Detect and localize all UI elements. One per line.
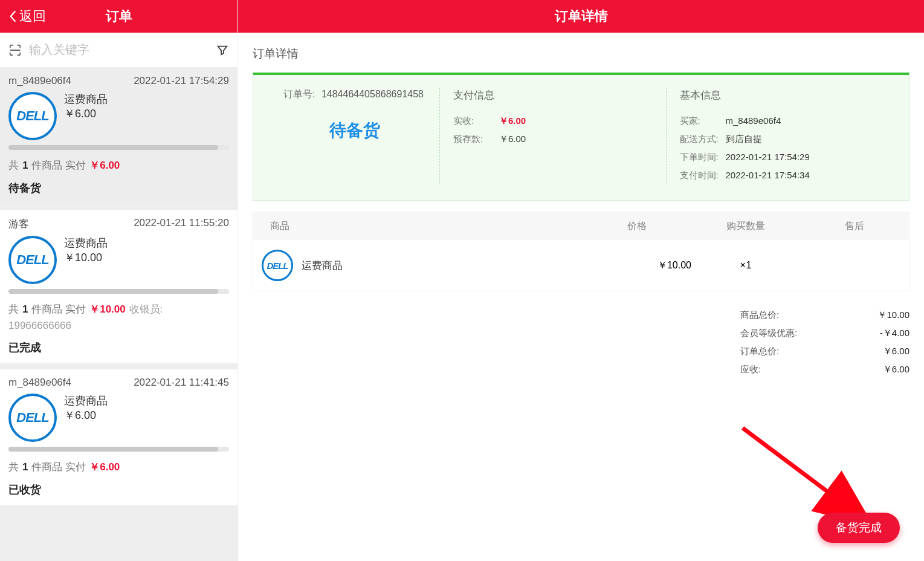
search-input[interactable] <box>29 43 208 57</box>
total-order: ￥6.00 <box>883 342 909 360</box>
order-info-box: 订单号: 1484464405868691458 待备货 支付信息 实收:￥6.… <box>253 73 909 201</box>
product-price: ￥6.00 <box>64 106 108 121</box>
buyer-value: m_8489e06f4 <box>726 112 781 130</box>
back-label: 返回 <box>19 7 46 25</box>
svg-line-0 <box>743 428 864 519</box>
order-summary: 共 1 件商品 实付 ￥10.00 收银员: 19966666666 <box>8 302 229 332</box>
product-logo: DELL <box>8 236 57 284</box>
order-status: 已收货 <box>8 482 229 497</box>
product-logo: DELL <box>8 92 57 140</box>
th-price: 价格 <box>583 220 691 233</box>
order-user: m_8489e06f4 <box>8 75 71 87</box>
pay-deposit: ￥6.00 <box>499 130 526 148</box>
section-title: 订单详情 <box>253 46 909 62</box>
order-time-value: 2022-01-21 17:54:29 <box>726 148 810 166</box>
items-table: 商品 价格 购买数量 售后 DELL 运费商品 ￥10.00 ×1 <box>253 212 909 291</box>
order-card[interactable]: 游客 2022-01-21 11:55:20 DELL 运费商品 ￥10.00 … <box>0 210 237 363</box>
progress-track <box>8 447 229 452</box>
product-price: ￥6.00 <box>64 408 108 423</box>
product-name: 运费商品 <box>64 92 108 106</box>
back-button[interactable]: 返回 <box>0 0 54 33</box>
order-summary: 共 1 件商品 实付 ￥6.00 <box>8 158 229 172</box>
order-card[interactable]: m_8489e06f4 2022-01-21 11:41:45 DELL 运费商… <box>0 369 237 505</box>
chevron-left-icon <box>8 10 17 23</box>
basic-info-head: 基本信息 <box>680 88 879 102</box>
order-time: 2022-01-21 11:41:45 <box>134 377 229 389</box>
order-list-panel: 返回 订单 m_8489e06f4 2022-01-21 17:54:29 DE… <box>0 0 238 561</box>
product-name: 运费商品 <box>64 236 108 250</box>
order-user: 游客 <box>8 217 29 231</box>
progress-track <box>8 145 229 150</box>
payment-info-col: 支付信息 实收:￥6.00 预存款:￥6.00 <box>439 88 666 184</box>
item-price: ￥10.00 <box>657 259 691 272</box>
order-list[interactable]: m_8489e06f4 2022-01-21 17:54:29 DELL 运费商… <box>0 68 237 561</box>
product-logo: DELL <box>262 250 293 281</box>
order-status: 已完成 <box>8 340 229 355</box>
shipping-value: 到店自提 <box>726 130 762 148</box>
pay-time-value: 2022-01-21 17:54:34 <box>726 166 810 184</box>
item-qty: ×1 <box>691 259 800 271</box>
order-user: m_8489e06f4 <box>8 377 71 389</box>
order-time: 2022-01-21 11:55:20 <box>134 217 229 231</box>
basic-info-col: 基本信息 买家:m_8489e06f4 配送方式:到店自提 下单时间:2022-… <box>666 88 893 184</box>
item-name: 运费商品 <box>302 259 343 273</box>
left-header: 返回 订单 <box>0 0 237 33</box>
th-product: 商品 <box>253 220 583 233</box>
total-item: ￥10.00 <box>877 306 909 324</box>
total-discount: -￥4.00 <box>880 324 909 342</box>
progress-track <box>8 289 229 294</box>
order-detail-panel: 订单详情 订单详情 订单号: 1484464405868691458 待备货 支… <box>238 0 924 561</box>
totals-block: 商品总价:￥10.00 会员等级优惠:-￥4.00 订单总价:￥6.00 应收:… <box>740 306 909 378</box>
product-logo: DELL <box>8 394 57 442</box>
th-qty: 购买数量 <box>691 220 800 233</box>
order-status: 待备货 <box>8 181 229 195</box>
total-due: ￥6.00 <box>883 360 909 378</box>
search-bar <box>0 33 237 68</box>
complete-stock-button[interactable]: 备货完成 <box>818 513 900 543</box>
item-row: DELL 运费商品 ￥10.00 ×1 <box>253 240 909 291</box>
filter-icon[interactable] <box>216 44 229 57</box>
order-card[interactable]: m_8489e06f4 2022-01-21 17:54:29 DELL 运费商… <box>0 68 237 204</box>
payment-info-head: 支付信息 <box>453 88 653 102</box>
th-after: 售后 <box>800 220 909 233</box>
order-no-label: 订单号: <box>283 89 315 99</box>
scan-icon[interactable] <box>8 44 22 57</box>
order-time: 2022-01-21 17:54:29 <box>134 75 229 87</box>
order-summary: 共 1 件商品 实付 ￥6.00 <box>8 460 229 474</box>
right-header: 订单详情 <box>238 0 924 33</box>
order-no-value: 1484464405868691458 <box>321 89 424 99</box>
order-number-col: 订单号: 1484464405868691458 待备货 <box>270 88 439 184</box>
product-price: ￥10.00 <box>64 250 108 265</box>
pay-received: ￥6.00 <box>499 112 526 130</box>
product-name: 运费商品 <box>64 394 108 408</box>
order-big-status: 待备货 <box>283 119 426 142</box>
